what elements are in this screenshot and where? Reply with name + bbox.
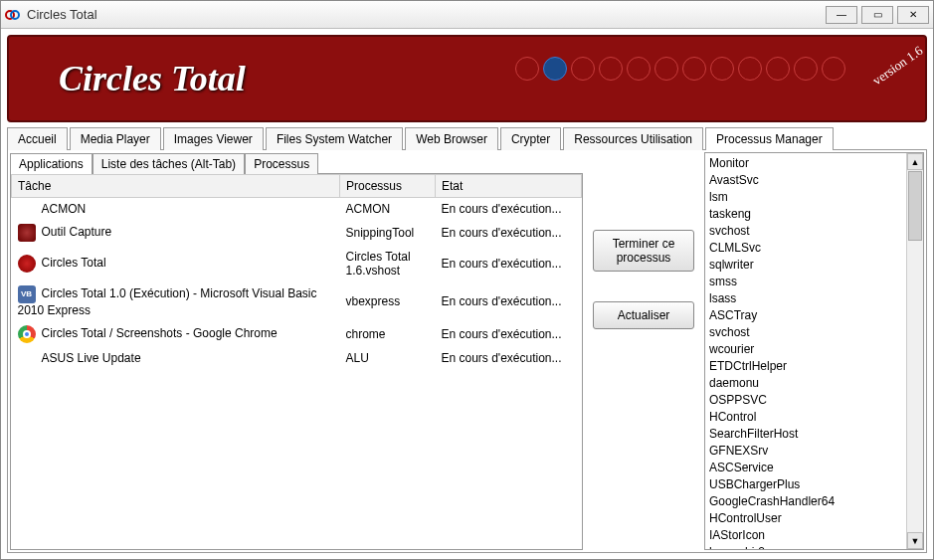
action-panel: Terminer ce processus Actualiser bbox=[585, 150, 702, 552]
task-label: Circles Total 1.0 (Exécution) - Microsof… bbox=[18, 286, 317, 317]
table-row[interactable]: Circles Total / Screenshots - Google Chr… bbox=[12, 321, 582, 347]
list-item[interactable]: lsass bbox=[709, 290, 902, 307]
tab-ressources-utilisation[interactable]: Ressources Utilisation bbox=[563, 127, 703, 150]
process-label: ACMON bbox=[340, 198, 436, 221]
list-item[interactable]: hamachi-2 bbox=[709, 544, 902, 549]
header-banner: Circles Total version 1.6 bbox=[7, 35, 927, 122]
snip-icon bbox=[18, 224, 36, 242]
process-label: SnippingTool bbox=[340, 220, 436, 246]
state-label: En cours d'exécution... bbox=[436, 198, 582, 221]
maximize-button[interactable]: ▭ bbox=[861, 6, 893, 24]
list-item[interactable]: HControl bbox=[709, 409, 902, 426]
state-label: En cours d'exécution... bbox=[436, 321, 582, 347]
subtab-liste-des-t-ches-alt-tab-[interactable]: Liste des tâches (Alt-Tab) bbox=[93, 153, 245, 174]
list-item[interactable]: Monitor bbox=[709, 155, 902, 172]
list-item[interactable]: HControlUser bbox=[709, 510, 902, 527]
titlebar: Circles Total — ▭ ✕ bbox=[1, 1, 933, 29]
tab-images-viewer[interactable]: Images Viewer bbox=[163, 127, 264, 150]
list-item[interactable]: IAStorIcon bbox=[709, 527, 902, 544]
list-item[interactable]: lsm bbox=[709, 189, 902, 206]
col-task[interactable]: Tâche bbox=[12, 175, 340, 198]
col-process[interactable]: Processus bbox=[340, 175, 436, 198]
table-row[interactable]: ASUS Live UpdateALUEn cours d'exécution.… bbox=[12, 347, 582, 369]
state-label: En cours d'exécution... bbox=[436, 246, 582, 281]
list-item[interactable]: USBChargerPlus bbox=[709, 476, 902, 493]
tab-media-player[interactable]: Media Player bbox=[70, 127, 161, 150]
list-item[interactable]: wcourier bbox=[709, 341, 902, 358]
task-label: ACMON bbox=[42, 202, 87, 216]
app-window: Circles Total — ▭ ✕ Circles Total versio… bbox=[0, 0, 934, 560]
scroll-track[interactable] bbox=[907, 242, 923, 532]
scroll-down-button[interactable]: ▼ bbox=[907, 532, 923, 549]
circles-icon bbox=[18, 255, 36, 273]
list-item[interactable]: ASCService bbox=[709, 460, 902, 476]
list-item[interactable]: GFNEXSrv bbox=[709, 443, 902, 460]
smiley-icon bbox=[515, 57, 539, 81]
smiley-icon bbox=[543, 57, 567, 81]
process-list[interactable]: MonitorAvastSvclsmtaskengsvchostCLMLSvcs… bbox=[705, 153, 906, 549]
list-item[interactable]: smss bbox=[709, 274, 902, 290]
smiley-icon bbox=[654, 57, 678, 81]
terminate-process-button[interactable]: Terminer ce processus bbox=[593, 230, 694, 272]
smiley-icon bbox=[599, 57, 623, 81]
applications-table[interactable]: Tâche Processus Etat ACMONACMONEn cours … bbox=[10, 173, 583, 550]
process-label: ALU bbox=[340, 347, 436, 369]
list-item[interactable]: taskeng bbox=[709, 206, 902, 223]
task-label: Circles Total bbox=[42, 256, 106, 270]
refresh-button[interactable]: Actualiser bbox=[593, 301, 694, 329]
close-button[interactable]: ✕ bbox=[897, 6, 929, 24]
scroll-thumb[interactable] bbox=[908, 171, 922, 241]
list-item[interactable]: SearchFilterHost bbox=[709, 426, 902, 443]
list-item[interactable]: CLMLSvc bbox=[709, 240, 902, 257]
scrollbar[interactable]: ▲ ▼ bbox=[906, 153, 923, 549]
tab-crypter[interactable]: Crypter bbox=[500, 127, 561, 150]
smiley-icon bbox=[738, 57, 762, 81]
list-item[interactable]: OSPPSVC bbox=[709, 392, 902, 409]
table-row[interactable]: ACMONACMONEn cours d'exécution... bbox=[12, 198, 582, 221]
content-area: ApplicationsListe des tâches (Alt-Tab)Pr… bbox=[7, 149, 927, 553]
list-item[interactable]: daemonu bbox=[709, 375, 902, 392]
list-item[interactable]: svchost bbox=[709, 223, 902, 240]
task-label: Outil Capture bbox=[42, 225, 112, 239]
process-label: vbexpress bbox=[340, 281, 436, 321]
subtab-processus[interactable]: Processus bbox=[245, 153, 318, 174]
chrome-icon bbox=[18, 325, 36, 343]
left-panel: ApplicationsListe des tâches (Alt-Tab)Pr… bbox=[8, 150, 585, 552]
list-item[interactable]: ASCTray bbox=[709, 307, 902, 324]
smiley-row bbox=[515, 57, 845, 81]
scroll-up-button[interactable]: ▲ bbox=[907, 153, 923, 170]
table-row[interactable]: Circles TotalCircles Total 1.6.vshostEn … bbox=[12, 246, 582, 281]
list-item[interactable]: AvastSvc bbox=[709, 172, 902, 189]
app-logo-text: Circles Total bbox=[59, 58, 246, 99]
main-tabstrip: AccueilMedia PlayerImages ViewerFiles Sy… bbox=[7, 126, 927, 149]
task-label: Circles Total / Screenshots - Google Chr… bbox=[42, 326, 278, 340]
window-controls: — ▭ ✕ bbox=[822, 6, 929, 24]
app-icon bbox=[5, 7, 21, 23]
smiley-icon bbox=[710, 57, 734, 81]
minimize-button[interactable]: — bbox=[826, 6, 857, 24]
smiley-icon bbox=[822, 57, 845, 81]
subtab-applications[interactable]: Applications bbox=[10, 153, 93, 174]
process-list-panel: MonitorAvastSvclsmtaskengsvchostCLMLSvcs… bbox=[704, 152, 924, 550]
tab-files-system-watcher[interactable]: Files System Watcher bbox=[266, 127, 403, 150]
smiley-icon bbox=[766, 57, 790, 81]
smiley-icon bbox=[682, 57, 706, 81]
vb-icon: VB bbox=[18, 285, 36, 303]
list-item[interactable]: ETDCtrlHelper bbox=[709, 358, 902, 375]
list-item[interactable]: svchost bbox=[709, 324, 902, 341]
sub-tabstrip: ApplicationsListe des tâches (Alt-Tab)Pr… bbox=[10, 152, 583, 173]
state-label: En cours d'exécution... bbox=[436, 281, 582, 321]
tab-processus-manager[interactable]: Processus Manager bbox=[705, 127, 834, 150]
tab-accueil[interactable]: Accueil bbox=[7, 127, 68, 150]
table-row[interactable]: VBCircles Total 1.0 (Exécution) - Micros… bbox=[12, 281, 582, 321]
table-row[interactable]: Outil CaptureSnippingToolEn cours d'exéc… bbox=[12, 220, 582, 246]
state-label: En cours d'exécution... bbox=[436, 220, 582, 246]
task-label: ASUS Live Update bbox=[42, 351, 141, 365]
state-label: En cours d'exécution... bbox=[436, 347, 582, 369]
version-label: version 1.6 bbox=[870, 43, 927, 89]
window-title: Circles Total bbox=[27, 7, 822, 22]
list-item[interactable]: GoogleCrashHandler64 bbox=[709, 493, 902, 510]
col-state[interactable]: Etat bbox=[436, 175, 582, 198]
list-item[interactable]: sqlwriter bbox=[709, 257, 902, 274]
tab-web-browser[interactable]: Web Browser bbox=[405, 127, 498, 150]
